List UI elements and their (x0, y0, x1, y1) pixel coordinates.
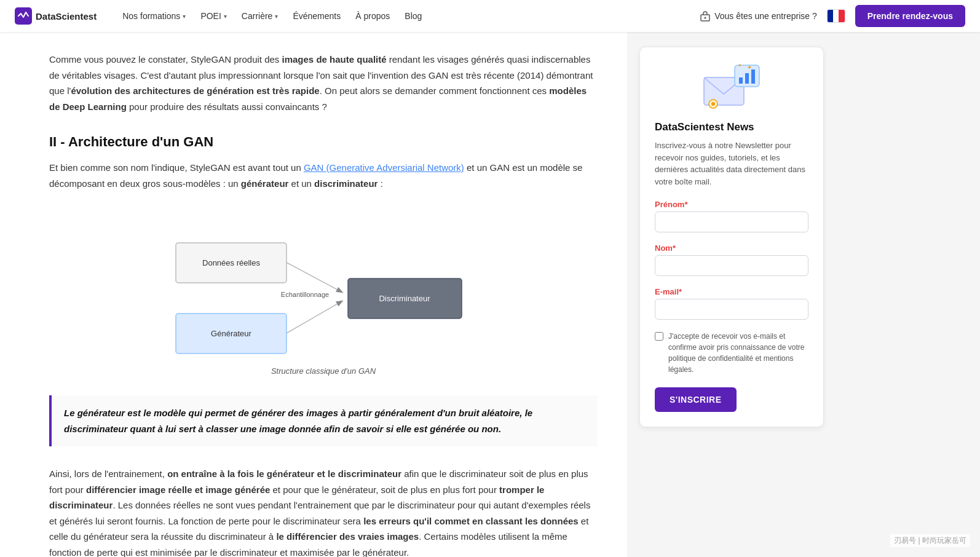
chevron-down-icon: ▾ (275, 13, 278, 20)
nav-link-blog[interactable]: Blog (398, 7, 428, 25)
chevron-down-icon: ▾ (224, 13, 227, 20)
logo-icon (15, 7, 32, 25)
navigation: DataScientest Nos formations ▾ POEI ▾ Ca… (0, 0, 980, 32)
svg-text:✦: ✦ (738, 63, 742, 68)
enterprise-link[interactable]: Vous êtes une entreprise ? (700, 10, 817, 22)
consent-checkbox[interactable] (655, 332, 663, 341)
gan-link[interactable]: GAN (Generative Adversiarial Network) (304, 162, 464, 173)
nav-links: Nos formations ▾ POEI ▾ Carrière ▾ Événe… (116, 7, 680, 25)
sidebar-illustration: ✦ ✦ (655, 62, 808, 111)
email-group: E-mail* (655, 287, 808, 328)
svg-rect-16 (751, 69, 755, 84)
nav-link-poei[interactable]: POEI ▾ (194, 7, 232, 25)
enterprise-icon (700, 10, 711, 22)
diagram-caption: Structure classique d'un GAN (271, 366, 376, 376)
svg-line-10 (286, 301, 342, 333)
watermark: 刃易号 | 时尚玩家岳可 (890, 534, 970, 547)
svg-point-20 (711, 102, 715, 106)
nom-label: Nom* (655, 243, 808, 253)
flag-red-strip (839, 10, 844, 22)
svg-rect-15 (745, 73, 749, 84)
email-required-mark: * (679, 287, 682, 296)
cta-button[interactable]: Prendre rendez-vous (855, 5, 965, 27)
consent-label: J'accepte de recevoir vos e-mails et con… (668, 331, 808, 375)
svg-text:Données réelles: Données réelles (202, 258, 260, 267)
nav-link-carriere[interactable]: Carrière ▾ (235, 7, 285, 25)
highlight-block: Le générateur est le modèle qui permet d… (49, 395, 598, 446)
prenom-label: Prénom* (655, 200, 808, 209)
sidebar-description: Inscrivez-vous à notre Newsletter pour r… (655, 140, 808, 188)
newsletter-illustration: ✦ ✦ (701, 62, 762, 111)
gan-diagram: Données réelles Générateur Discriminateu… (164, 206, 483, 361)
nav-right: Vous êtes une entreprise ? Prendre rende… (700, 5, 965, 27)
body-paragraph-1: Ainsi, lors de l'entrainement, on entraî… (49, 466, 598, 557)
prenom-required-mark: * (684, 200, 687, 209)
diagram-container: Données réelles Générateur Discriminateu… (49, 206, 598, 376)
prenom-group: Prénom* (655, 200, 808, 241)
svg-point-2 (705, 17, 706, 19)
svg-rect-14 (739, 77, 743, 84)
chevron-down-icon: ▾ (183, 13, 186, 20)
nav-link-formations[interactable]: Nos formations ▾ (116, 7, 192, 25)
nav-link-evenements[interactable]: Événements (286, 7, 347, 25)
main-content: Comme vous pouvez le constater, StyleGAN… (0, 32, 627, 557)
sidebar: ✦ ✦ DataScientest News Inscrivez-vous à … (627, 32, 836, 557)
submit-button[interactable]: S'INSCRIRE (655, 387, 737, 412)
nom-required-mark: * (673, 243, 676, 253)
flag-blue-strip (828, 10, 833, 22)
svg-text:Echantillonnage: Echantillonnage (281, 291, 329, 298)
nav-link-apropos[interactable]: À propos (349, 7, 396, 25)
email-input[interactable] (655, 299, 808, 320)
sidebar-title: DataScientest News (655, 121, 808, 133)
svg-text:✦: ✦ (747, 64, 752, 71)
nom-group: Nom* (655, 243, 808, 285)
language-flag[interactable] (827, 9, 845, 23)
nom-input[interactable] (655, 255, 808, 276)
newsletter-card: ✦ ✦ DataScientest News Inscrivez-vous à … (639, 47, 824, 427)
site-logo[interactable]: DataScientest (15, 7, 97, 25)
section-paragraph-1: Et bien comme son nom l'indique, StyleGA… (49, 160, 598, 191)
intro-paragraph: Comme vous pouvez le constater, StyleGAN… (49, 52, 598, 114)
flag-white-strip (833, 10, 839, 22)
svg-text:Discriminateur: Discriminateur (379, 294, 430, 303)
prenom-input[interactable] (655, 211, 808, 232)
section-heading: II - Architecture d'un GAN (49, 134, 598, 150)
consent-row: J'accepte de recevoir vos e-mails et con… (655, 331, 808, 375)
logo-text: DataScientest (36, 11, 97, 22)
svg-text:Générateur: Générateur (211, 329, 251, 338)
email-label: E-mail* (655, 287, 808, 296)
svg-line-9 (286, 263, 342, 292)
highlight-text: Le générateur est le modèle qui permet d… (64, 405, 585, 437)
